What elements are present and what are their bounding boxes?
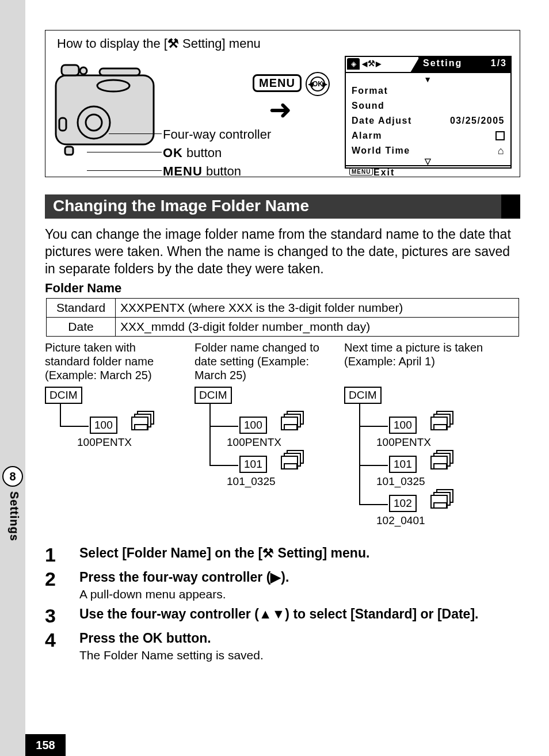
label-menu-button: MENU button bbox=[163, 164, 241, 179]
chapter-number: 8 bbox=[2, 466, 23, 487]
folder-label: 100PENTX bbox=[227, 436, 281, 449]
scroll-down-hollow-icon: ▽ bbox=[352, 158, 505, 165]
scroll-down-icon: ▼ bbox=[352, 77, 505, 83]
howto-box: How to display the [⚒ Setting] menu Four… bbox=[45, 30, 520, 177]
table-cell: XXXPENTX (where XXX is the 3-digit folde… bbox=[116, 299, 519, 318]
diagram-caption: Folder name changed to date setting (Exa… bbox=[195, 341, 333, 383]
step-number: 4 bbox=[45, 629, 79, 663]
chapter-label: Settings bbox=[3, 491, 21, 549]
setting-tab: ◀⚒▶ bbox=[362, 59, 382, 68]
step-number: 1 bbox=[45, 544, 79, 565]
folder-label: 101_0325 bbox=[227, 475, 276, 488]
svg-rect-7 bbox=[65, 147, 73, 155]
arrow-right-icon: ➜ bbox=[269, 98, 292, 121]
svg-rect-3 bbox=[100, 68, 140, 75]
folder-node: 100 bbox=[239, 417, 267, 434]
menu-item-format: Format bbox=[352, 86, 388, 96]
menu-value-date: 03/25/2005 bbox=[450, 116, 505, 126]
menu-item-alarm: Alarm bbox=[352, 131, 382, 141]
exit-label: Exit bbox=[373, 167, 395, 178]
folder-node: 101 bbox=[239, 456, 267, 473]
pointer-line bbox=[109, 133, 162, 134]
folder-node: 100 bbox=[389, 417, 417, 434]
lcd-screen: ◈ ◀⚒▶ Setting 1/3 ▼ Format Sound Date Ad… bbox=[345, 56, 512, 169]
page-number: 158 bbox=[25, 734, 66, 756]
step-3: 3 Use the four-way controller (▲▼) to se… bbox=[45, 605, 520, 626]
label-ok-button: OK button bbox=[163, 146, 222, 161]
camera-tab-icon: ◈ bbox=[347, 58, 360, 70]
triangle-left-icon: ◀ bbox=[308, 80, 313, 88]
triangle-right-icon: ▶ bbox=[322, 80, 327, 88]
pointer-line bbox=[87, 170, 162, 171]
table-cell: XXX_mmdd (3-digit folder number_month da… bbox=[116, 318, 519, 337]
table-cell: Date bbox=[47, 318, 116, 337]
table-row: Date XXX_mmdd (3-digit folder number_mon… bbox=[47, 318, 519, 337]
diagram-col-3: Next time a picture is taken (Example: A… bbox=[344, 341, 505, 387]
step-1: 1 Select [Folder Name] on the [⚒ Setting… bbox=[45, 544, 520, 565]
page: How to display the [⚒ Setting] menu Four… bbox=[25, 0, 549, 756]
menu-button-icon: MENU bbox=[253, 74, 302, 92]
folder-node: 102 bbox=[389, 495, 417, 512]
table-row: Standard XXXPENTX (where XXX is the 3-di… bbox=[47, 299, 519, 318]
svg-rect-8 bbox=[59, 118, 66, 131]
svg-point-2 bbox=[80, 67, 87, 74]
svg-rect-1 bbox=[62, 65, 79, 75]
camera-illustration bbox=[54, 60, 163, 164]
section-heading: Changing the Image Folder Name bbox=[45, 194, 520, 219]
diagram-caption: Next time a picture is taken (Example: A… bbox=[344, 341, 505, 383]
label-four-way: Four-way controller bbox=[163, 127, 271, 142]
step-number: 3 bbox=[45, 605, 79, 626]
step-heading: Press the four-way controller (▶). bbox=[79, 568, 520, 586]
steps-list: 1 Select [Folder Name] on the [⚒ Setting… bbox=[45, 544, 520, 666]
sub-heading: Folder Name bbox=[45, 281, 121, 296]
intro-text: You can change the image folder name fro… bbox=[45, 226, 520, 277]
diagram-col-2: Folder name changed to date setting (Exa… bbox=[195, 341, 333, 387]
checkbox-icon bbox=[495, 131, 505, 140]
dcim-node: DCIM bbox=[344, 387, 382, 404]
step-description: A pull-down menu appears. bbox=[79, 587, 520, 602]
side-tab: 8 Settings bbox=[0, 466, 25, 552]
howto-title: How to display the [⚒ Setting] menu bbox=[57, 36, 261, 51]
step-number: 2 bbox=[45, 568, 79, 602]
folder-label: 100PENTX bbox=[77, 436, 132, 449]
menu-item-world-time: World Time bbox=[352, 146, 410, 156]
folder-diagram-block: Picture taken with standard folder name … bbox=[45, 341, 520, 534]
menu-item-sound: Sound bbox=[352, 101, 384, 111]
menu-item-date-adjust: Date Adjust bbox=[352, 116, 412, 126]
folder-label: 102_0401 bbox=[376, 514, 425, 527]
menu-chip-icon: MENU bbox=[349, 168, 373, 175]
step-4: 4 Press the OK button. The Folder Name s… bbox=[45, 629, 520, 663]
folder-label: 101_0325 bbox=[376, 475, 425, 488]
home-icon: ⌂ bbox=[498, 145, 505, 157]
pointer-line bbox=[87, 152, 162, 152]
folder-label: 100PENTX bbox=[376, 436, 431, 449]
folder-name-table: Standard XXXPENTX (where XXX is the 3-di… bbox=[46, 298, 519, 337]
lcd-title: Setting bbox=[423, 58, 462, 68]
step-heading: Select [Folder Name] on the [⚒ Setting] … bbox=[79, 544, 520, 562]
step-2: 2 Press the four-way controller (▶). A p… bbox=[45, 568, 520, 602]
ok-button-icon: ◀ OK ▶ bbox=[306, 72, 330, 96]
dcim-node: DCIM bbox=[195, 387, 232, 404]
step-description: The Folder Name setting is saved. bbox=[79, 648, 520, 663]
step-heading: Press the OK button. bbox=[79, 629, 520, 647]
table-cell: Standard bbox=[47, 299, 116, 318]
lcd-page-indicator: 1/3 bbox=[491, 58, 507, 68]
folder-node: 100 bbox=[90, 417, 117, 434]
step-heading: Use the four-way controller (▲▼) to sele… bbox=[79, 605, 520, 623]
tool-icon: ⚒ bbox=[262, 546, 274, 560]
folder-node: 101 bbox=[389, 456, 417, 473]
dcim-node: DCIM bbox=[45, 387, 82, 404]
diagram-col-1: Picture taken with standard folder name … bbox=[45, 341, 183, 387]
diagram-caption: Picture taken with standard folder name … bbox=[45, 341, 183, 383]
tool-icon: ⚒ bbox=[167, 36, 179, 51]
